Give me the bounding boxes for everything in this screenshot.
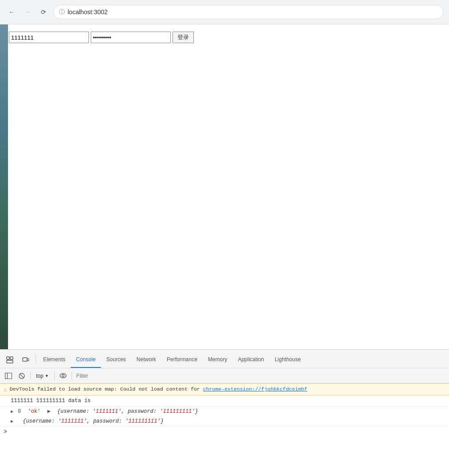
warning-text: DevTools failed to load source map: Coul… [10, 386, 307, 393]
warning-link[interactable]: chrome-extension://fjohbkcfdceimhf [203, 386, 308, 392]
svg-rect-6 [5, 373, 8, 379]
background-image [0, 24, 8, 349]
context-label: top [36, 373, 44, 379]
console-warning-message: ⚠ DevTools failed to load source map: Co… [0, 383, 449, 395]
tab-lighthouse[interactable]: Lighthouse [269, 352, 306, 368]
svg-rect-4 [27, 359, 29, 361]
url-text: localhost:3002 [68, 8, 108, 16]
console-obj-line-1[interactable]: ▶ 0 'ok' ▶ {username: '1111111', passwor… [0, 407, 449, 416]
svg-line-8 [20, 374, 24, 378]
console-prompt-icon: > [4, 428, 7, 435]
devtools-panel: Elements Console Sources Network Perform… [0, 349, 449, 476]
tab-network[interactable]: Network [131, 352, 161, 368]
devtools-toolbar: top ▼ [0, 368, 449, 383]
reload-button[interactable]: ⟳ [37, 6, 50, 18]
tab-separator [36, 355, 36, 363]
username-input[interactable] [9, 32, 89, 43]
forward-button[interactable]: → [21, 6, 34, 18]
eye-icon-button[interactable] [57, 370, 69, 382]
obj1-status: 'ok' [28, 407, 40, 415]
toolbar-separator-2 [54, 372, 55, 380]
console-input-line: > [0, 426, 449, 437]
expand-arrow-1: ▶ [11, 408, 16, 415]
expand-arrow-2: ▶ [11, 418, 16, 425]
svg-rect-1 [7, 360, 13, 363]
devtools-inspector-icon[interactable] [2, 352, 18, 368]
tab-elements[interactable]: Elements [38, 352, 71, 368]
svg-rect-0 [7, 357, 9, 359]
info-icon: ⓘ [59, 8, 65, 16]
page-content: 登录 [0, 24, 449, 349]
login-button[interactable]: 登录 [172, 32, 194, 43]
console-obj-line-2[interactable]: ▶ {username: '1111111', password: '11111… [0, 416, 449, 426]
svg-rect-5 [5, 373, 12, 379]
filter-input[interactable] [75, 371, 446, 381]
svg-rect-3 [23, 358, 27, 361]
devtools-tab-bar: Elements Console Sources Network Perform… [0, 350, 449, 368]
toolbar-separator-3 [72, 372, 72, 380]
devtools-responsive-icon[interactable] [18, 352, 34, 368]
context-selector[interactable]: top ▼ [33, 372, 52, 380]
obj1-data: {username: '1111111', password: '1111111… [57, 407, 198, 415]
console-log-line: 1111111 111111111 data is [0, 395, 449, 407]
tab-application[interactable]: Application [233, 352, 269, 368]
obj1-arrow-expand: ▶ [47, 407, 50, 415]
obj2-data: {username: '1111111', password: '1111111… [23, 417, 164, 425]
console-output: ⚠ DevTools failed to load source map: Co… [0, 383, 449, 476]
tab-performance[interactable]: Performance [161, 352, 203, 368]
login-form: 登录 [9, 32, 194, 43]
warning-icon: ⚠ [4, 386, 7, 393]
sidebar-toggle-button[interactable] [3, 370, 14, 382]
clear-console-button[interactable] [16, 370, 28, 382]
svg-point-10 [62, 375, 64, 377]
tab-sources[interactable]: Sources [101, 352, 131, 368]
back-button[interactable]: ← [5, 6, 18, 18]
address-bar[interactable]: ⓘ localhost:3002 [53, 5, 444, 19]
svg-rect-2 [10, 357, 13, 359]
tab-console[interactable]: Console [71, 352, 101, 368]
password-input[interactable] [91, 32, 171, 43]
svg-point-9 [60, 374, 66, 378]
browser-chrome: ← → ⟳ ⓘ localhost:3002 [0, 0, 449, 24]
chevron-down-icon: ▼ [45, 374, 49, 378]
obj1-number: 0 [18, 407, 21, 415]
tab-memory[interactable]: Memory [203, 352, 233, 368]
toolbar-separator [30, 372, 31, 380]
